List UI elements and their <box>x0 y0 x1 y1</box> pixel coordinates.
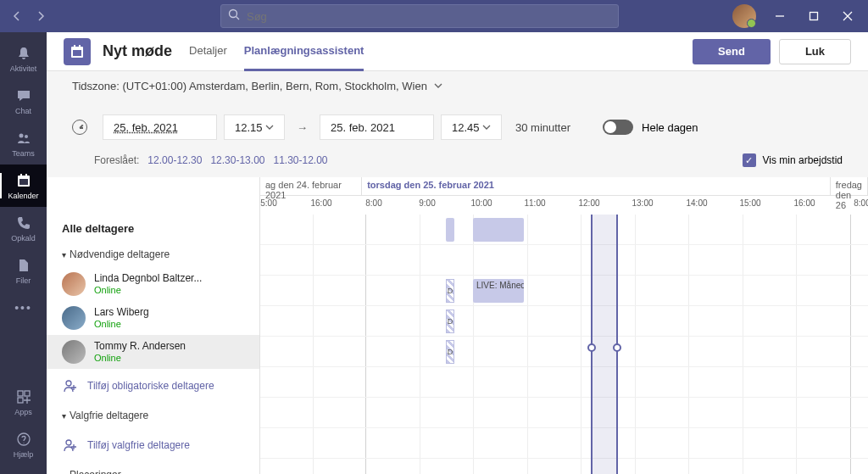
optional-section-header[interactable]: ▾ Valgfrie deltagere <box>47 403 259 428</box>
end-time-select[interactable]: 12.45 <box>441 114 502 140</box>
attendee-name: Linda Degnbol Baltzer... <box>94 272 202 284</box>
suggest-label: Foreslået: <box>94 154 139 166</box>
meeting-header: Nyt møde Detaljer Planlægningsassistent … <box>47 32 868 71</box>
svg-point-16 <box>66 381 71 386</box>
calendar-icon <box>14 171 33 190</box>
busy-block[interactable] <box>473 218 524 242</box>
rail-files[interactable]: Filer <box>0 249 47 292</box>
svg-rect-9 <box>25 391 30 396</box>
bell-icon <box>14 44 33 63</box>
maximize-icon[interactable] <box>800 3 827 30</box>
suggest-time[interactable]: 11.30-12.00 <box>273 154 327 166</box>
svg-rect-1 <box>810 13 818 20</box>
rail-label: Hjælp <box>14 450 34 459</box>
duration-text: 30 minutter <box>515 121 570 134</box>
all-attendees-header: Alle deltagere <box>47 215 259 242</box>
suggest-time[interactable]: 12.30-13.00 <box>210 154 264 166</box>
svg-rect-5 <box>19 179 28 185</box>
add-optional-label: Tilføj valgfrie deltagere <box>87 439 190 451</box>
workday-checkbox[interactable]: ✓ <box>743 153 756 167</box>
minimize-icon[interactable] <box>766 3 793 30</box>
time-selection[interactable] <box>591 215 618 474</box>
tentative-block[interactable]: D <box>446 279 454 303</box>
timeline-row <box>260 428 868 459</box>
timezone-label: Tidszone: (UTC+01:00) Amsterdam, Berlin,… <box>72 80 427 92</box>
timezone-row[interactable]: Tidszone: (UTC+01:00) Amsterdam, Berlin,… <box>47 71 868 101</box>
search-icon <box>228 8 240 24</box>
title-bar <box>0 0 868 32</box>
rail-calls[interactable]: Opkald <box>0 207 47 249</box>
allday-toggle[interactable] <box>603 120 633 135</box>
close-button[interactable]: Luk <box>779 39 851 64</box>
attendee-item[interactable]: Lars Wiberg Online <box>47 301 259 335</box>
chevron-down-icon <box>434 80 442 92</box>
rail-teams[interactable]: Teams <box>0 122 47 165</box>
timeline-row: D <box>260 337 868 367</box>
search-input[interactable] <box>247 10 611 23</box>
avatar <box>62 340 86 364</box>
help-icon <box>14 430 33 449</box>
attendee-item[interactable]: Linda Degnbol Baltzer... Online <box>47 267 259 301</box>
apps-icon <box>14 388 33 406</box>
day-header-today: torsdag den 25. februar 2021 <box>362 177 831 195</box>
caret-down-icon: ▾ <box>62 250 66 259</box>
timeline-grid[interactable]: ag den 24. februar 2021 torsdag den 25. … <box>260 177 868 474</box>
app-rail: Aktivitet Chat Teams Kalender Opkald Fil… <box>0 32 47 474</box>
svg-rect-14 <box>74 45 75 48</box>
clock-icon <box>72 120 87 135</box>
svg-point-17 <box>66 440 71 445</box>
tab-details[interactable]: Detaljer <box>189 32 227 71</box>
rail-apps[interactable]: Apps <box>0 381 47 423</box>
timeline-row: D LIVE: Månede <box>260 276 868 306</box>
end-date-input[interactable]: 25. feb. 2021 <box>320 114 434 140</box>
teams-icon <box>14 129 33 148</box>
workday-label: Vis min arbejdstid <box>763 154 843 166</box>
rail-label: Filer <box>16 276 31 285</box>
user-avatar[interactable] <box>732 4 756 28</box>
search-box[interactable] <box>220 4 619 28</box>
tentative-block[interactable]: D <box>446 309 454 333</box>
close-window-icon[interactable] <box>834 3 861 30</box>
rail-label: Opkald <box>11 234 36 243</box>
day-header: ag den 24. februar 2021 <box>260 177 362 195</box>
svg-point-2 <box>19 134 23 138</box>
day-header: fredag den 26 <box>831 177 868 195</box>
send-button[interactable]: Send <box>693 39 771 64</box>
tab-scheduling[interactable]: Planlægningsassistent <box>244 32 364 71</box>
locations-section-header[interactable]: ▾ Placeringer <box>47 462 259 474</box>
tentative-block[interactable]: D <box>446 340 454 364</box>
page-title: Nyt møde <box>103 42 172 60</box>
rail-label: Aktivitet <box>10 64 37 73</box>
suggest-time[interactable]: 12.00-12.30 <box>147 154 202 166</box>
svg-rect-7 <box>25 174 27 177</box>
rail-label: Apps <box>14 408 32 416</box>
start-time-select[interactable]: 12.15 <box>224 114 285 140</box>
add-person-icon <box>62 437 79 454</box>
add-optional-button[interactable]: Tilføj valgfrie deltagere <box>47 428 259 462</box>
rail-more-icon[interactable]: ••• <box>14 295 32 321</box>
rail-calendar[interactable]: Kalender <box>0 165 47 207</box>
required-section-header[interactable]: ▾ Nødvendige deltagere <box>47 242 259 267</box>
selection-handle-right[interactable] <box>613 343 621 352</box>
attendee-item[interactable]: Tommy R. Andersen Online <box>47 335 259 369</box>
add-required-button[interactable]: Tilføj obligatoriske deltagere <box>47 369 259 403</box>
start-date-input[interactable]: 25. feb. 2021 <box>103 114 217 140</box>
rail-help[interactable]: Hjælp <box>0 423 47 466</box>
attendee-status: Online <box>94 319 149 330</box>
phone-icon <box>14 214 33 232</box>
attendee-status: Online <box>94 353 186 364</box>
rail-chat[interactable]: Chat <box>0 80 47 122</box>
nav-forward-icon[interactable] <box>31 6 51 26</box>
svg-rect-8 <box>18 391 23 396</box>
datetime-row: 25. feb. 2021 12.15 → 25. feb. 2021 12.4… <box>47 101 868 153</box>
busy-block[interactable]: LIVE: Månede <box>473 279 524 303</box>
rail-activity[interactable]: Aktivitet <box>0 37 47 80</box>
timeline-row <box>260 398 868 428</box>
attendee-panel: Alle deltagere ▾ Nødvendige deltagere Li… <box>47 177 260 474</box>
svg-rect-15 <box>79 45 81 48</box>
busy-block[interactable] <box>446 218 454 242</box>
selection-handle-left[interactable] <box>587 343 596 352</box>
nav-back-icon[interactable] <box>7 6 27 26</box>
attendee-name: Lars Wiberg <box>94 306 149 318</box>
caret-down-icon: ▾ <box>62 471 66 475</box>
